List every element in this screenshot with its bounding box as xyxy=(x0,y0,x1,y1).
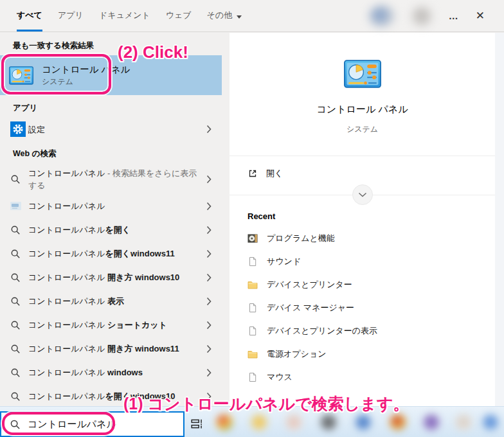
tab-apps-label: アプリ xyxy=(58,10,84,21)
taskbar-app-icon-blurred[interactable] xyxy=(320,414,337,431)
app-result-label: 設定 xyxy=(28,123,206,136)
recent-item-devices-and-printers[interactable]: デバイスとプリンター xyxy=(230,273,495,296)
web-search-result[interactable]: コントロールパネルを開くwindows11 xyxy=(0,242,222,265)
chevron-right-icon[interactable] xyxy=(206,297,213,306)
tab-all-label: すべて xyxy=(17,10,42,21)
header-right-cluster: … ✕ xyxy=(369,0,504,31)
app-result-settings[interactable]: 設定 xyxy=(0,118,222,141)
taskbar-app-icon-blurred[interactable] xyxy=(355,414,372,431)
taskbar-app-icon-blurred[interactable] xyxy=(423,414,440,431)
recent-item-mouse[interactable]: マウス xyxy=(230,366,495,389)
page-icon xyxy=(248,256,258,267)
windows-search-window: すべて アプリ ドキュメント ウェブ その他 … ✕ 最も一致する検索結果 コン… xyxy=(0,0,504,437)
preview-app-title: コントロール パネル xyxy=(230,103,495,116)
expand-chevron-button[interactable] xyxy=(352,184,373,205)
web-image-thumbnail-icon xyxy=(10,202,28,210)
web-search-result[interactable]: コントロールパネル windows xyxy=(0,361,222,384)
search-icon xyxy=(10,272,28,283)
preview-app-subtitle: システム xyxy=(230,124,495,135)
search-icon xyxy=(10,368,28,378)
search-icon xyxy=(10,344,28,354)
tab-web-label: ウェブ xyxy=(166,10,192,21)
query-suffix: windows xyxy=(107,368,143,377)
program-box-icon xyxy=(248,233,258,244)
taskbar-app-icon-blurred[interactable] xyxy=(482,414,499,431)
web-search-result[interactable]: コントロールパネル 表示 xyxy=(0,289,222,313)
search-header: すべて アプリ ドキュメント ウェブ その他 … ✕ xyxy=(0,0,504,32)
control-panel-icon xyxy=(9,66,33,85)
recent-item-label: デバイスとプリンター xyxy=(267,279,352,290)
chevron-right-icon[interactable] xyxy=(206,125,213,134)
page-icon xyxy=(248,372,258,382)
recent-item-programs-and-features[interactable]: プログラムと機能 xyxy=(230,227,495,250)
recent-item-label: 電源オプション xyxy=(267,348,327,360)
web-search-result[interactable]: コントロールパネル ショートカット xyxy=(0,313,222,337)
best-match-subtitle: システム xyxy=(42,76,130,87)
divider xyxy=(230,156,495,156)
taskbar-app-icon-blurred[interactable] xyxy=(285,414,302,431)
query-suffix: を開く xyxy=(105,225,130,235)
panel-right-edge xyxy=(495,33,504,406)
query-text: コントロールパネル xyxy=(28,168,105,178)
recent-item-label: マウス xyxy=(267,371,292,383)
chevron-right-icon[interactable] xyxy=(206,249,213,258)
account-avatar-blurred[interactable] xyxy=(411,6,432,26)
web-search-result[interactable]: コントロールパネル xyxy=(0,194,222,218)
web-search-result[interactable]: コントロールパネルを開く xyxy=(0,218,222,242)
chevron-right-icon[interactable] xyxy=(206,368,213,377)
taskbar-app-icon-blurred[interactable] xyxy=(216,414,233,431)
search-results-panel: 最も一致する検索結果 コントロール パネル システム アプリ 設定 Web の検… xyxy=(0,33,229,406)
taskbar-search-box[interactable] xyxy=(0,411,184,437)
chevron-right-icon[interactable] xyxy=(206,202,213,211)
chevron-right-icon[interactable] xyxy=(206,321,213,330)
taskbar-app-icon-blurred[interactable] xyxy=(390,414,406,431)
web-search-result[interactable]: コントロールパネル 開き方 windows10 xyxy=(0,265,222,289)
ime-icon[interactable] xyxy=(190,417,204,431)
query-text: コントロールパネル xyxy=(28,391,105,401)
more-options-button[interactable]: … xyxy=(449,10,459,21)
query-suffix: を開くwindows11 xyxy=(105,249,174,258)
folder-icon xyxy=(248,280,258,290)
best-match-section-title: 最も一致する検索結果 xyxy=(0,33,229,55)
settings-gear-icon xyxy=(10,121,28,137)
recent-list: プログラムと機能 サウンド デバイスとプリンター デバイス マネージャー デバイ… xyxy=(230,227,495,389)
tab-more[interactable]: その他 xyxy=(207,0,242,31)
page-icon xyxy=(248,303,258,313)
search-icon xyxy=(10,249,28,259)
apps-section-title: アプリ xyxy=(0,95,229,118)
chevron-right-icon[interactable] xyxy=(206,175,213,184)
chevron-right-icon[interactable] xyxy=(206,273,213,282)
search-input[interactable] xyxy=(28,419,163,430)
tab-all[interactable]: すべて xyxy=(17,0,42,31)
taskbar-app-icon-blurred[interactable] xyxy=(251,414,267,431)
recent-item-label: プログラムと機能 xyxy=(267,233,335,244)
query-text: コントロールパネル xyxy=(28,296,107,306)
tab-apps[interactable]: アプリ xyxy=(58,0,84,31)
recent-item-sound[interactable]: サウンド xyxy=(230,250,495,273)
search-filter-tabs: すべて アプリ ドキュメント ウェブ その他 xyxy=(0,0,242,31)
taskbar-app-icon-blurred[interactable] xyxy=(455,414,472,431)
recent-item-view-devices-and-printers[interactable]: デバイスとプリンターの表示 xyxy=(230,319,495,343)
tab-documents[interactable]: ドキュメント xyxy=(99,0,150,31)
search-icon xyxy=(10,391,28,402)
best-match-control-panel[interactable]: コントロール パネル システム xyxy=(0,55,222,95)
recent-item-label: デバイス マネージャー xyxy=(267,302,354,314)
recent-item-device-manager[interactable]: デバイス マネージャー xyxy=(230,296,495,319)
chevron-right-icon[interactable] xyxy=(206,226,213,235)
web-search-result[interactable]: コントロールパネル 開き方 windows11 xyxy=(0,337,222,361)
search-icon xyxy=(10,174,28,184)
chevron-right-icon[interactable] xyxy=(206,344,213,353)
tab-web[interactable]: ウェブ xyxy=(166,0,192,31)
web-search-section-title: Web の検索 xyxy=(0,141,229,163)
open-action[interactable]: 開く xyxy=(230,163,495,184)
query-suffix: ショートカット xyxy=(107,320,167,330)
recent-item-power-options[interactable]: 電源オプション xyxy=(230,343,495,366)
annotation-step1: (1) コントロールパネルで検索します。 xyxy=(123,393,410,415)
web-search-result[interactable]: コントロールパネル - 検索結果をさらに表示する xyxy=(0,163,222,194)
recent-section-title: Recent xyxy=(248,211,275,221)
open-action-label: 開く xyxy=(266,168,283,179)
close-button[interactable]: ✕ xyxy=(476,9,485,22)
query-text: コントロールパネル xyxy=(28,344,107,353)
account-avatar-blurred[interactable] xyxy=(369,5,395,27)
preview-panel: コントロール パネル システム 開く Recent プログラムと機能 xyxy=(230,33,495,406)
